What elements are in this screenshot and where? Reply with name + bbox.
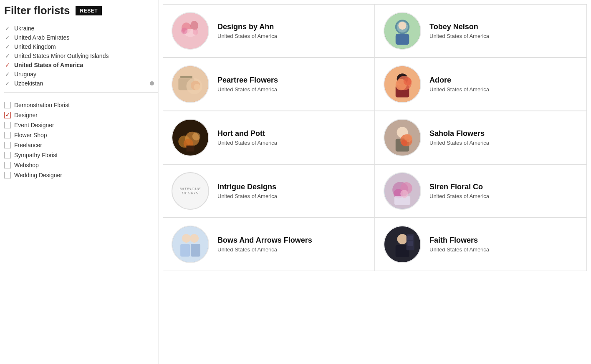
checkbox-webshop[interactable] <box>4 162 11 168</box>
svg-point-42 <box>182 234 191 243</box>
checkbox-demonstration-florist[interactable] <box>4 102 11 108</box>
check-icon-ukraine: ✓ <box>4 25 11 32</box>
type-label-flower-shop: Flower Shop <box>14 132 47 138</box>
country-item-uae[interactable]: ✓ United Arab Emirates <box>4 33 158 42</box>
florist-country-siren-floral-co: United States of America <box>429 193 489 199</box>
check-icon-usa: ✓ <box>4 62 11 68</box>
svg-rect-45 <box>191 244 200 257</box>
florist-name-faith-flowers: Faith Flowers <box>429 236 489 245</box>
florist-country-tobey-nelson: United States of America <box>429 33 489 39</box>
type-item-webshop[interactable]: Webshop <box>4 160 158 170</box>
florist-avatar-peartree-flowers <box>172 65 209 103</box>
type-label-demonstration-florist: Demonstration Florist <box>14 102 70 108</box>
florist-country-intrigue-designs: United States of America <box>217 193 277 199</box>
florist-avatar-faith-flowers <box>384 226 421 263</box>
florist-country-sahola-flowers: United States of America <box>429 140 489 146</box>
country-label-us-minor: United States Minor Outlying Islands <box>14 53 109 59</box>
florist-avatar-sahola-flowers <box>384 119 421 156</box>
florist-info-sahola-flowers: Sahola Flowers United States of America <box>429 129 489 146</box>
type-label-wedding-designer: Wedding Designer <box>14 172 62 178</box>
florist-info-intrigue-designs: Intrigue Designs United States of Americ… <box>217 183 277 199</box>
check-icon-uruguay: ✓ <box>4 71 11 78</box>
type-item-sympathy-florist[interactable]: Sympathy Florist <box>4 150 158 160</box>
florist-avatar-bows-and-arrows <box>172 226 209 263</box>
type-label-designer: Designer <box>14 112 38 118</box>
country-filter-list: ✓ Ukraine ✓ United Arab Emirates ✓ Unite… <box>4 24 158 93</box>
type-item-designer[interactable]: Designer <box>4 110 158 120</box>
checkbox-flower-shop[interactable] <box>4 132 11 138</box>
florist-card-siren-floral-co[interactable]: Siren Floral Co United States of America <box>375 164 587 218</box>
florist-card-designs-by-ahn[interactable]: Designs by Ahn United States of America <box>163 4 375 58</box>
country-label-uzbekistan: Uzbekistan <box>14 80 43 87</box>
florist-card-intrigue-designs[interactable]: INTRIGUE DESIGN Intrigue Designs United … <box>163 164 375 218</box>
svg-point-5 <box>193 29 198 35</box>
type-label-freelancer: Freelancer <box>14 142 42 148</box>
checkbox-event-designer[interactable] <box>4 122 11 128</box>
svg-point-41 <box>172 226 208 262</box>
check-icon-us-minor: ✓ <box>4 53 11 59</box>
florist-name-sahola-flowers: Sahola Flowers <box>429 129 489 138</box>
florist-info-faith-flowers: Faith Flowers United States of America <box>429 236 489 253</box>
country-label-uae: United Arab Emirates <box>14 34 69 41</box>
country-item-uruguay[interactable]: ✓ Uruguay <box>4 70 158 79</box>
svg-point-47 <box>397 234 408 244</box>
scroll-indicator <box>150 81 154 85</box>
florist-country-hort-and-pott: United States of America <box>217 140 277 146</box>
florist-info-designs-by-ahn: Designs by Ahn United States of America <box>217 23 277 39</box>
check-icon-uk: ✓ <box>4 43 11 50</box>
florist-info-tobey-nelson: Tobey Nelson United States of America <box>429 23 489 39</box>
florist-country-bows-and-arrows: United States of America <box>217 246 312 253</box>
florist-name-adore: Adore <box>429 76 489 85</box>
florist-avatar-designs-by-ahn <box>172 12 209 50</box>
florist-card-tobey-nelson[interactable]: Tobey Nelson United States of America <box>375 4 587 58</box>
type-item-freelancer[interactable]: Freelancer <box>4 140 158 150</box>
florist-name-peartree-flowers: Peartree Flowers <box>217 76 278 85</box>
florist-name-designs-by-ahn: Designs by Ahn <box>217 23 277 31</box>
svg-point-16 <box>194 84 200 90</box>
country-item-usa[interactable]: ✓ United States of America <box>4 60 158 70</box>
florist-avatar-intrigue-designs: INTRIGUE DESIGN <box>172 172 209 210</box>
reset-button[interactable]: RESET <box>76 6 102 15</box>
florist-country-adore: United States of America <box>429 86 489 93</box>
florist-country-faith-flowers: United States of America <box>429 246 489 253</box>
florist-info-bows-and-arrows: Bows And Arrows Flowers United States of… <box>217 236 312 253</box>
checkbox-designer[interactable] <box>4 112 11 118</box>
florist-card-adore[interactable]: Adore United States of America <box>375 58 587 111</box>
country-item-us-minor[interactable]: ✓ United States Minor Outlying Islands <box>4 51 158 60</box>
type-label-webshop: Webshop <box>14 162 39 168</box>
florist-name-hort-and-pott: Hort and Pott <box>217 129 277 138</box>
checkbox-freelancer[interactable] <box>4 142 11 148</box>
type-label-sympathy-florist: Sympathy Florist <box>14 152 58 158</box>
checkbox-sympathy-florist[interactable] <box>4 152 11 158</box>
country-label-uruguay: Uruguay <box>14 71 36 78</box>
florist-card-faith-flowers[interactable]: Faith Flowers United States of America <box>375 218 587 271</box>
country-item-ukraine[interactable]: ✓ Ukraine <box>4 24 158 33</box>
florist-name-bows-and-arrows: Bows And Arrows Flowers <box>217 236 312 245</box>
main-content: Designs by Ahn United States of America … <box>159 0 591 364</box>
svg-point-4 <box>181 28 187 34</box>
type-item-event-designer[interactable]: Event Designer <box>4 120 158 130</box>
florist-card-hort-and-pott[interactable]: Hort and Pott United States of America <box>163 111 375 164</box>
florist-avatar-tobey-nelson <box>384 12 421 50</box>
sidebar: Filter florists RESET ✓ Ukraine ✓ United… <box>0 0 159 364</box>
florist-card-bows-and-arrows[interactable]: Bows And Arrows Flowers United States of… <box>163 218 375 271</box>
svg-point-22 <box>404 78 412 85</box>
country-item-uzbekistan[interactable]: ✓ Uzbekistan <box>4 79 158 88</box>
florist-card-peartree-flowers[interactable]: Peartree Flowers United States of Americ… <box>163 58 375 111</box>
country-label-ukraine: Ukraine <box>14 25 34 32</box>
florist-avatar-adore <box>384 65 421 103</box>
type-item-demonstration-florist[interactable]: Demonstration Florist <box>4 100 158 110</box>
sidebar-header: Filter florists RESET <box>4 4 158 17</box>
svg-rect-44 <box>180 244 190 257</box>
florist-card-sahola-flowers[interactable]: Sahola Flowers United States of America <box>375 111 587 164</box>
svg-rect-13 <box>180 76 192 78</box>
page-title: Filter florists <box>4 4 70 17</box>
svg-rect-51 <box>407 241 413 246</box>
florist-info-siren-floral-co: Siren Floral Co United States of America <box>429 183 489 199</box>
type-item-flower-shop[interactable]: Flower Shop <box>4 130 158 140</box>
checkbox-wedding-designer[interactable] <box>4 172 11 178</box>
type-item-wedding-designer[interactable]: Wedding Designer <box>4 170 158 180</box>
svg-point-43 <box>190 234 199 243</box>
florist-info-peartree-flowers: Peartree Flowers United States of Americ… <box>217 76 278 93</box>
country-item-uk[interactable]: ✓ United Kingdom <box>4 42 158 51</box>
